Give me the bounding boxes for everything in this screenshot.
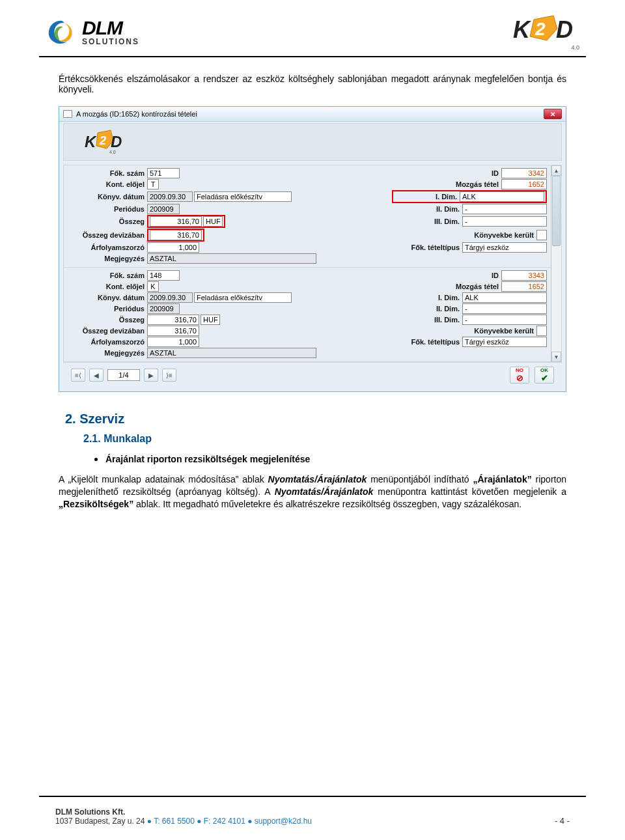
label-konyvekbe: Könyvekbe került (471, 327, 536, 335)
last-button[interactable]: ⟩≡ (162, 369, 176, 382)
dlm-logo: DLM SOLUTIONS (46, 18, 139, 46)
field-fok-szam[interactable]: 571 (147, 168, 180, 178)
bullet-item: Árajánlat riporton rezsiköltségek megjel… (94, 454, 566, 464)
field-periodus[interactable]: 200909 (147, 204, 180, 214)
field-id[interactable]: 3342 (501, 168, 547, 178)
prev-button[interactable]: ◀ (89, 369, 104, 382)
label-kont-elojel: Kont. előjel (69, 180, 147, 188)
window-bottombar: ≡⟨ ◀ 1/4 ▶ ⟩≡ NO⊘ OK✔ (63, 363, 562, 389)
field-fok-tetel[interactable]: Tárgyi eszköz (462, 242, 547, 253)
page-footer: DLM Solutions Kft. 1037 Budapest, Zay u.… (0, 807, 625, 826)
label-konyv-datum: Könyv. dátum (69, 193, 147, 201)
window-title: A mozgás (ID:1652) kontírozási tételei (76, 110, 197, 118)
field-dim3[interactable]: - (462, 216, 547, 227)
field-megjegyzes[interactable]: ASZTAL (147, 348, 316, 358)
window-titlebar: A mozgás (ID:1652) kontírozási tételei ✕ (59, 107, 566, 122)
field-kont-elojel[interactable]: K (147, 281, 159, 292)
label-arfolyam: Árfolyamszorzó (69, 244, 147, 251)
window-logo-strip: K 2 D 4.0 (63, 123, 562, 161)
first-button[interactable]: ≡⟨ (71, 369, 85, 382)
field-dim2[interactable]: - (462, 303, 547, 314)
field-arfolyam[interactable]: 1,000 (147, 337, 199, 347)
field-id[interactable]: 3343 (501, 270, 547, 281)
label-dim2: II. Dim. (397, 305, 462, 313)
field-dim1[interactable]: ALK (460, 191, 544, 202)
field-konyv-datum[interactable]: 2009.09.30 (147, 292, 193, 303)
page-number: - 4 - (555, 816, 570, 826)
scrollbar[interactable]: ▲ ▼ (551, 165, 561, 362)
field-osszeg-dev[interactable]: 316,70 (150, 230, 202, 240)
label-osszeg-dev: Összeg devizában (69, 327, 147, 335)
label-megjegyzes: Megjegyzés (69, 349, 147, 357)
close-icon: ✕ (550, 111, 555, 118)
label-mozgas-tetel: Mozgás tétel (436, 180, 501, 188)
prev-icon: ◀ (94, 372, 99, 379)
svg-text:2: 2 (535, 19, 546, 39)
k2d-mini-icon: K 2 D 4.0 (83, 129, 122, 155)
record-1: Fők. szám571 ID3342 Kont. előjelT Mozgás… (64, 165, 561, 268)
field-dim1[interactable]: ALK (462, 292, 547, 303)
field-currency[interactable]: HUF (201, 315, 220, 325)
dlm-subtext: SOLUTIONS (82, 38, 139, 46)
label-dim1: I. Dim. (395, 193, 460, 201)
field-currency[interactable]: HUF (203, 216, 223, 227)
field-konyvekbe[interactable] (536, 326, 547, 336)
svg-text:D: D (111, 133, 122, 150)
field-osszeg-dev[interactable]: 316,70 (147, 326, 199, 336)
field-mozgas-tetel[interactable]: 1652 (501, 281, 547, 292)
label-fok-szam: Fők. szám (69, 169, 147, 177)
highlight-osszeg-dev: 316,70 (147, 229, 204, 242)
next-button[interactable]: ▶ (144, 369, 158, 382)
ok-button[interactable]: OK✔ (535, 367, 554, 384)
label-id: ID (436, 169, 501, 177)
field-osszeg[interactable]: 316,70 (147, 315, 199, 325)
label-periodus: Periódus (69, 305, 147, 313)
field-dim3[interactable]: - (462, 315, 547, 325)
section-heading: 2. Szerviz (65, 412, 566, 427)
subsection-heading: 2.1. Munkalap (83, 433, 566, 445)
scroll-thumb[interactable] (552, 176, 561, 246)
close-button[interactable]: ✕ (544, 109, 562, 119)
label-arfolyam: Árfolyamszorzó (69, 338, 147, 346)
label-fok-tetel: Fők. tételtípus (397, 338, 462, 346)
label-konyv-datum: Könyv. dátum (69, 294, 147, 301)
dlm-text: DLM (82, 18, 139, 38)
label-dim1: I. Dim. (397, 294, 462, 301)
no-button[interactable]: NO⊘ (510, 367, 529, 384)
field-periodus[interactable]: 200909 (147, 303, 180, 314)
field-konyv-datum[interactable]: 2009.09.30 (147, 191, 193, 202)
label-dim3: III. Dim. (397, 217, 462, 225)
kontirozasi-window: A mozgás (ID:1652) kontírozási tételei ✕… (59, 106, 566, 392)
scroll-up-icon[interactable]: ▲ (551, 165, 561, 176)
scroll-down-icon[interactable]: ▼ (551, 352, 561, 362)
field-arfolyam[interactable]: 1,000 (147, 242, 199, 253)
label-id: ID (436, 272, 501, 279)
field-status[interactable]: Feladásra előkészítv (194, 191, 292, 202)
label-megjegyzes: Megjegyzés (69, 255, 147, 262)
label-osszeg: Összeg (69, 316, 147, 324)
no-label: NO (516, 367, 523, 373)
field-fok-szam[interactable]: 148 (147, 270, 180, 281)
field-kont-elojel[interactable]: T (147, 179, 159, 189)
scroll-track[interactable] (551, 176, 561, 352)
record-2: Fők. szám148 ID3343 Kont. előjelK Mozgás… (64, 268, 561, 362)
label-fok-szam: Fők. szám (69, 272, 147, 279)
label-mozgas-tetel: Mozgás tétel (436, 283, 501, 290)
field-osszeg[interactable]: 316,70 (150, 216, 202, 227)
field-mozgas-tetel[interactable]: 1652 (501, 179, 547, 189)
next-icon: ▶ (148, 372, 154, 379)
svg-text:K: K (85, 133, 97, 150)
svg-text:K: K (513, 16, 532, 43)
footer-addr: 1037 Budapest, Zay u. 24 (55, 817, 145, 826)
body-paragraph: A „Kijelölt munkalap adatainak módosítás… (59, 473, 566, 511)
field-konyvekbe[interactable] (536, 230, 547, 240)
label-konyvekbe: Könyvekbe került (471, 231, 536, 239)
label-osszeg: Összeg (69, 217, 147, 225)
first-icon: ≡⟨ (75, 372, 81, 379)
svg-text:4.0: 4.0 (109, 150, 116, 154)
window-icon (63, 110, 72, 118)
field-dim2[interactable]: - (462, 204, 547, 214)
field-megjegyzes[interactable]: ASZTAL (147, 253, 316, 264)
field-fok-tetel[interactable]: Tárgyi eszköz (462, 337, 547, 347)
field-status[interactable]: Feladásra előkészítv (194, 292, 292, 303)
